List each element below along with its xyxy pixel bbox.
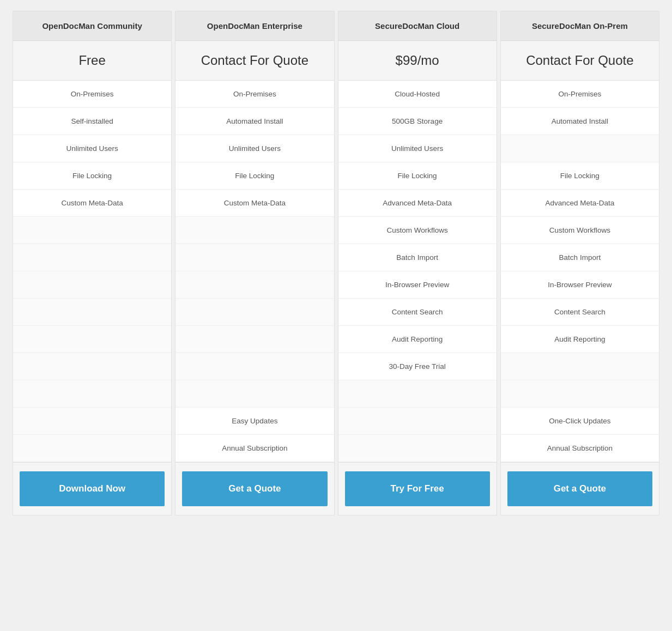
feature-row-community-9 <box>13 326 171 353</box>
feature-row-cloud-5: Custom Workflows <box>338 217 497 244</box>
feature-row-cloud-11 <box>338 380 497 408</box>
feature-row-onprem-11 <box>501 380 659 408</box>
feature-row-community-7 <box>13 271 171 299</box>
feature-row-cloud-1: 500GB Storage <box>338 108 497 135</box>
plan-cta-onprem: Get a Quote <box>501 462 659 515</box>
plan-column-cloud: SecureDocMan Cloud$99/moCloud-Hosted500G… <box>338 11 497 515</box>
feature-row-cloud-12 <box>338 408 497 435</box>
feature-row-community-3: File Locking <box>13 162 171 190</box>
feature-row-onprem-0: On-Premises <box>501 81 659 108</box>
feature-row-enterprise-1: Automated Install <box>175 108 334 135</box>
plan-price-cloud: $99/mo <box>338 41 497 81</box>
plan-title-onprem: SecureDocMan On-Prem <box>507 21 652 31</box>
cta-button-community[interactable]: Download Now <box>20 471 165 506</box>
feature-row-cloud-8: Content Search <box>338 299 497 326</box>
features-list-enterprise: On-PremisesAutomated InstallUnlimited Us… <box>175 81 334 462</box>
feature-row-community-6 <box>13 244 171 271</box>
feature-row-enterprise-4: Custom Meta-Data <box>175 190 334 217</box>
plan-price-text-onprem: Contact For Quote <box>507 53 652 68</box>
feature-row-onprem-7: In-Browser Preview <box>501 271 659 299</box>
pricing-table: OpenDocMan CommunityFreeOn-PremisesSelf-… <box>11 11 661 515</box>
plan-price-enterprise: Contact For Quote <box>175 41 334 81</box>
feature-row-onprem-8: Content Search <box>501 299 659 326</box>
feature-row-onprem-13: Annual Subscription <box>501 435 659 462</box>
plan-header-cloud: SecureDocMan Cloud <box>338 11 497 41</box>
feature-row-cloud-10: 30-Day Free Trial <box>338 353 497 380</box>
feature-row-community-8 <box>13 299 171 326</box>
feature-row-onprem-1: Automated Install <box>501 108 659 135</box>
feature-row-community-5 <box>13 217 171 244</box>
plan-title-enterprise: OpenDocMan Enterprise <box>182 21 327 31</box>
feature-row-community-13 <box>13 435 171 462</box>
plan-price-community: Free <box>13 41 171 81</box>
cta-button-cloud[interactable]: Try For Free <box>345 471 490 506</box>
plan-title-community: OpenDocMan Community <box>20 21 165 31</box>
feature-row-onprem-6: Batch Import <box>501 244 659 271</box>
plan-header-community: OpenDocMan Community <box>13 11 171 41</box>
plan-column-enterprise: OpenDocMan EnterpriseContact For QuoteOn… <box>175 11 334 515</box>
feature-row-cloud-7: In-Browser Preview <box>338 271 497 299</box>
plan-header-onprem: SecureDocMan On-Prem <box>501 11 659 41</box>
plan-column-onprem: SecureDocMan On-PremContact For QuoteOn-… <box>500 11 659 515</box>
feature-row-community-0: On-Premises <box>13 81 171 108</box>
cta-button-onprem[interactable]: Get a Quote <box>507 471 652 506</box>
feature-row-community-1: Self-installed <box>13 108 171 135</box>
feature-row-enterprise-8 <box>175 299 334 326</box>
feature-row-enterprise-2: Unlimited Users <box>175 135 334 162</box>
feature-row-enterprise-7 <box>175 271 334 299</box>
feature-row-enterprise-10 <box>175 353 334 380</box>
plan-cta-enterprise: Get a Quote <box>175 462 334 515</box>
feature-row-enterprise-5 <box>175 217 334 244</box>
plan-price-text-cloud: $99/mo <box>345 53 490 68</box>
plan-title-cloud: SecureDocMan Cloud <box>345 21 490 31</box>
plan-column-community: OpenDocMan CommunityFreeOn-PremisesSelf-… <box>13 11 172 515</box>
features-list-onprem: On-PremisesAutomated Install File Lockin… <box>501 81 659 462</box>
feature-row-community-4: Custom Meta-Data <box>13 190 171 217</box>
feature-row-cloud-13 <box>338 435 497 462</box>
plan-cta-cloud: Try For Free <box>338 462 497 515</box>
feature-row-community-10 <box>13 353 171 380</box>
features-list-community: On-PremisesSelf-installedUnlimited Users… <box>13 81 171 462</box>
plan-price-onprem: Contact For Quote <box>501 41 659 81</box>
feature-row-enterprise-11 <box>175 380 334 408</box>
feature-row-cloud-4: Advanced Meta-Data <box>338 190 497 217</box>
feature-row-community-12 <box>13 408 171 435</box>
feature-row-onprem-12: One-Click Updates <box>501 408 659 435</box>
feature-row-cloud-9: Audit Reporting <box>338 326 497 353</box>
feature-row-onprem-9: Audit Reporting <box>501 326 659 353</box>
feature-row-cloud-2: Unlimited Users <box>338 135 497 162</box>
plan-cta-community: Download Now <box>13 462 171 515</box>
feature-row-enterprise-9 <box>175 326 334 353</box>
feature-row-enterprise-3: File Locking <box>175 162 334 190</box>
feature-row-community-2: Unlimited Users <box>13 135 171 162</box>
plan-price-text-enterprise: Contact For Quote <box>182 53 327 68</box>
feature-row-onprem-4: Advanced Meta-Data <box>501 190 659 217</box>
cta-button-enterprise[interactable]: Get a Quote <box>182 471 327 506</box>
feature-row-enterprise-12: Easy Updates <box>175 408 334 435</box>
features-list-cloud: Cloud-Hosted500GB StorageUnlimited Users… <box>338 81 497 462</box>
feature-row-onprem-3: File Locking <box>501 162 659 190</box>
feature-row-community-11 <box>13 380 171 408</box>
feature-row-enterprise-13: Annual Subscription <box>175 435 334 462</box>
plan-header-enterprise: OpenDocMan Enterprise <box>175 11 334 41</box>
feature-row-cloud-0: Cloud-Hosted <box>338 81 497 108</box>
feature-row-onprem-10 <box>501 353 659 380</box>
feature-row-onprem-5: Custom Workflows <box>501 217 659 244</box>
feature-row-cloud-3: File Locking <box>338 162 497 190</box>
feature-row-enterprise-0: On-Premises <box>175 81 334 108</box>
plan-price-text-community: Free <box>20 53 165 68</box>
feature-row-enterprise-6 <box>175 244 334 271</box>
feature-row-cloud-6: Batch Import <box>338 244 497 271</box>
feature-row-onprem-2 <box>501 135 659 162</box>
